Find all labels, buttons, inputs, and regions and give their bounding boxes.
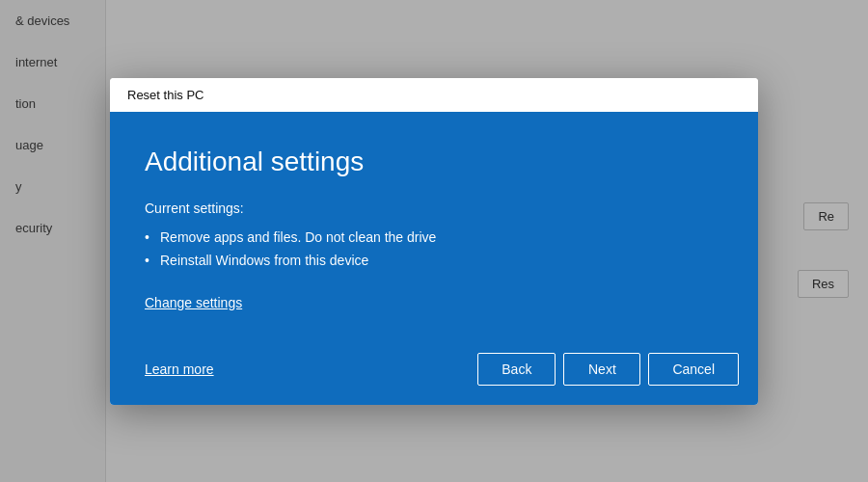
overlay: Reset this PC Additional settings Curren… <box>0 0 868 482</box>
change-settings-link[interactable]: Change settings <box>145 295 723 310</box>
dialog-titlebar-text: Reset this PC <box>127 88 203 102</box>
list-item-1: Remove apps and files. Do not clean the … <box>145 226 723 249</box>
dialog-titlebar: Reset this PC <box>110 78 758 112</box>
footer-buttons: Back Next Cancel <box>477 353 739 386</box>
next-button[interactable]: Next <box>563 353 640 386</box>
list-item-2: Reinstall Windows from this device <box>145 249 723 272</box>
back-button[interactable]: Back <box>477 353 556 386</box>
dialog-content: Additional settings Current settings: Re… <box>110 112 758 337</box>
dialog-footer: Learn more Back Next Cancel <box>110 337 758 405</box>
settings-list: Remove apps and files. Do not clean the … <box>145 226 723 272</box>
dialog-subtitle: Current settings: <box>145 201 723 216</box>
cancel-button[interactable]: Cancel <box>648 353 739 386</box>
dialog-title: Additional settings <box>145 147 723 177</box>
dialog-window: Reset this PC Additional settings Curren… <box>110 78 758 405</box>
learn-more-link[interactable]: Learn more <box>145 362 214 377</box>
